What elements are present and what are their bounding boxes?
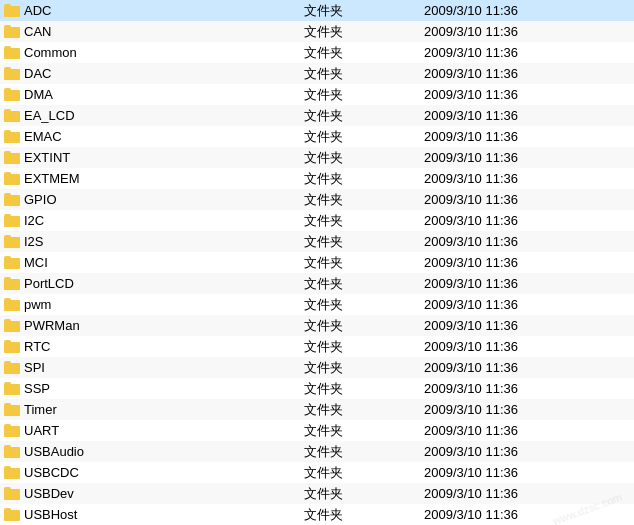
file-name: pwm (4, 297, 304, 312)
file-name-label: pwm (24, 297, 51, 312)
file-type: 文件夹 (304, 317, 424, 335)
folder-icon (4, 67, 20, 80)
table-row[interactable]: I2C 文件夹 2009/3/10 11:36 (0, 210, 634, 231)
table-row[interactable]: GPIO 文件夹 2009/3/10 11:36 (0, 189, 634, 210)
file-date: 2009/3/10 11:36 (424, 402, 554, 417)
file-name: EA_LCD (4, 108, 304, 123)
file-date: 2009/3/10 11:36 (424, 45, 554, 60)
file-date: 2009/3/10 11:36 (424, 486, 554, 501)
file-name-label: DMA (24, 87, 53, 102)
folder-icon (4, 256, 20, 269)
file-date: 2009/3/10 11:36 (424, 129, 554, 144)
file-date: 2009/3/10 11:36 (424, 150, 554, 165)
folder-icon (4, 130, 20, 143)
file-type: 文件夹 (304, 212, 424, 230)
file-name-label: EMAC (24, 129, 62, 144)
file-name-label: CAN (24, 24, 51, 39)
table-row[interactable]: EMAC 文件夹 2009/3/10 11:36 (0, 126, 634, 147)
file-name-label: Common (24, 45, 77, 60)
file-type: 文件夹 (304, 23, 424, 41)
folder-icon (4, 403, 20, 416)
file-name: USBAudio (4, 444, 304, 459)
folder-icon (4, 508, 20, 521)
file-type: 文件夹 (304, 359, 424, 377)
file-name: USBHost (4, 507, 304, 522)
table-row[interactable]: USBAudio 文件夹 2009/3/10 11:36 (0, 441, 634, 462)
file-type: 文件夹 (304, 296, 424, 314)
table-row[interactable]: UART 文件夹 2009/3/10 11:36 (0, 420, 634, 441)
file-list: ADC 文件夹 2009/3/10 11:36 CAN 文件夹 2009/3/1… (0, 0, 634, 525)
file-name-label: GPIO (24, 192, 57, 207)
file-name: Common (4, 45, 304, 60)
table-row[interactable]: Common 文件夹 2009/3/10 11:36 (0, 42, 634, 63)
file-name: USBCDC (4, 465, 304, 480)
file-name-label: USBAudio (24, 444, 84, 459)
file-name: CAN (4, 24, 304, 39)
folder-icon (4, 382, 20, 395)
table-row[interactable]: Timer 文件夹 2009/3/10 11:36 (0, 399, 634, 420)
table-row[interactable]: RTC 文件夹 2009/3/10 11:36 (0, 336, 634, 357)
file-date: 2009/3/10 11:36 (424, 276, 554, 291)
file-name: EXTMEM (4, 171, 304, 186)
file-date: 2009/3/10 11:36 (424, 465, 554, 480)
file-name: PortLCD (4, 276, 304, 291)
folder-icon (4, 361, 20, 374)
table-row[interactable]: SPI 文件夹 2009/3/10 11:36 (0, 357, 634, 378)
table-row[interactable]: USBCDC 文件夹 2009/3/10 11:36 (0, 462, 634, 483)
table-row[interactable]: SSP 文件夹 2009/3/10 11:36 (0, 378, 634, 399)
file-name: SPI (4, 360, 304, 375)
folder-icon (4, 4, 20, 17)
file-name: MCI (4, 255, 304, 270)
table-row[interactable]: DMA 文件夹 2009/3/10 11:36 (0, 84, 634, 105)
file-date: 2009/3/10 11:36 (424, 360, 554, 375)
file-date: 2009/3/10 11:36 (424, 3, 554, 18)
folder-icon (4, 340, 20, 353)
file-name-label: USBHost (24, 507, 77, 522)
file-type: 文件夹 (304, 170, 424, 188)
table-row[interactable]: USBDev 文件夹 2009/3/10 11:36 (0, 483, 634, 504)
file-name-label: Timer (24, 402, 57, 417)
table-row[interactable]: DAC 文件夹 2009/3/10 11:36 (0, 63, 634, 84)
file-name: UART (4, 423, 304, 438)
table-row[interactable]: PortLCD 文件夹 2009/3/10 11:36 (0, 273, 634, 294)
file-type: 文件夹 (304, 506, 424, 524)
folder-icon (4, 466, 20, 479)
file-date: 2009/3/10 11:36 (424, 318, 554, 333)
file-date: 2009/3/10 11:36 (424, 213, 554, 228)
table-row[interactable]: EXTMEM 文件夹 2009/3/10 11:36 (0, 168, 634, 189)
file-name: EXTINT (4, 150, 304, 165)
table-row[interactable]: CAN 文件夹 2009/3/10 11:36 (0, 21, 634, 42)
file-date: 2009/3/10 11:36 (424, 297, 554, 312)
file-date: 2009/3/10 11:36 (424, 255, 554, 270)
file-name: SSP (4, 381, 304, 396)
folder-icon (4, 277, 20, 290)
table-row[interactable]: ADC 文件夹 2009/3/10 11:36 (0, 0, 634, 21)
file-date: 2009/3/10 11:36 (424, 444, 554, 459)
file-name: GPIO (4, 192, 304, 207)
file-type: 文件夹 (304, 233, 424, 251)
table-row[interactable]: EA_LCD 文件夹 2009/3/10 11:36 (0, 105, 634, 126)
file-date: 2009/3/10 11:36 (424, 66, 554, 81)
folder-icon (4, 172, 20, 185)
table-row[interactable]: MCI 文件夹 2009/3/10 11:36 (0, 252, 634, 273)
folder-icon (4, 193, 20, 206)
table-row[interactable]: I2S 文件夹 2009/3/10 11:36 (0, 231, 634, 252)
file-date: 2009/3/10 11:36 (424, 234, 554, 249)
table-row[interactable]: PWRMan 文件夹 2009/3/10 11:36 (0, 315, 634, 336)
table-row[interactable]: pwm 文件夹 2009/3/10 11:36 (0, 294, 634, 315)
file-name: EMAC (4, 129, 304, 144)
table-row[interactable]: USBHost 文件夹 2009/3/10 11:36 (0, 504, 634, 525)
folder-icon (4, 298, 20, 311)
file-name-label: I2C (24, 213, 44, 228)
file-type: 文件夹 (304, 65, 424, 83)
file-date: 2009/3/10 11:36 (424, 87, 554, 102)
file-type: 文件夹 (304, 401, 424, 419)
file-name: Timer (4, 402, 304, 417)
file-type: 文件夹 (304, 275, 424, 293)
table-row[interactable]: EXTINT 文件夹 2009/3/10 11:36 (0, 147, 634, 168)
file-name: I2C (4, 213, 304, 228)
file-date: 2009/3/10 11:36 (424, 507, 554, 522)
file-name-label: SPI (24, 360, 45, 375)
file-type: 文件夹 (304, 254, 424, 272)
file-type: 文件夹 (304, 338, 424, 356)
